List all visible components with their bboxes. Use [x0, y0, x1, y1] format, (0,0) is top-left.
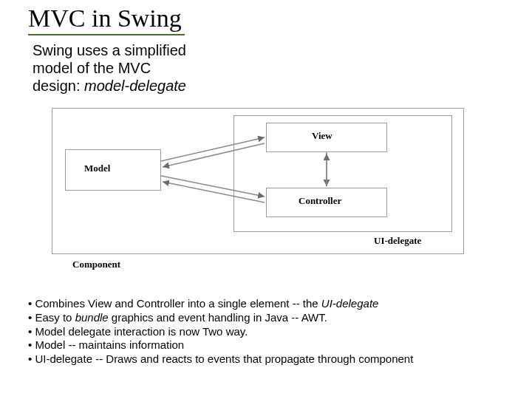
bullet-text: • Easy to: [28, 311, 75, 324]
bullet-text: graphics and event handling in Java -- A…: [109, 311, 327, 324]
component-label: Component: [72, 259, 120, 270]
intro-text: Swing uses a simplified model of the MVC…: [33, 41, 239, 95]
model-box: [65, 149, 161, 191]
slide: MVC in Swing Swing uses a simplified mod…: [0, 0, 532, 399]
intro-line-part: design:: [33, 78, 84, 94]
mvc-diagram: Component Model UI-delegate View Control…: [52, 108, 466, 278]
list-item: • Model -- maintains information: [28, 338, 413, 352]
view-label: View: [312, 130, 332, 142]
list-item: • Combines View and Controller into a si…: [28, 297, 413, 311]
intro-line: Swing uses a simplified: [33, 41, 239, 59]
controller-label: Controller: [299, 195, 341, 207]
list-item: • UI-delegate -- Draws and reacts to eve…: [28, 352, 413, 366]
bullet-italic: bundle: [75, 311, 109, 324]
intro-line: design: model-delegate: [33, 77, 239, 95]
list-item: • Easy to bundle graphics and event hand…: [28, 311, 413, 325]
bullet-italic: UI-delegate: [321, 297, 379, 310]
ui-delegate-label: UI-delegate: [374, 235, 421, 247]
list-item: • Model delegate interaction is now Two …: [28, 325, 413, 339]
intro-line-italic: model-delegate: [84, 78, 186, 94]
model-label: Model: [84, 163, 110, 174]
bullet-text: • Combines View and Controller into a si…: [28, 297, 321, 310]
page-title: MVC in Swing: [28, 4, 185, 35]
bullet-list: • Combines View and Controller into a si…: [28, 297, 413, 366]
intro-line: model of the MVC: [33, 59, 239, 77]
